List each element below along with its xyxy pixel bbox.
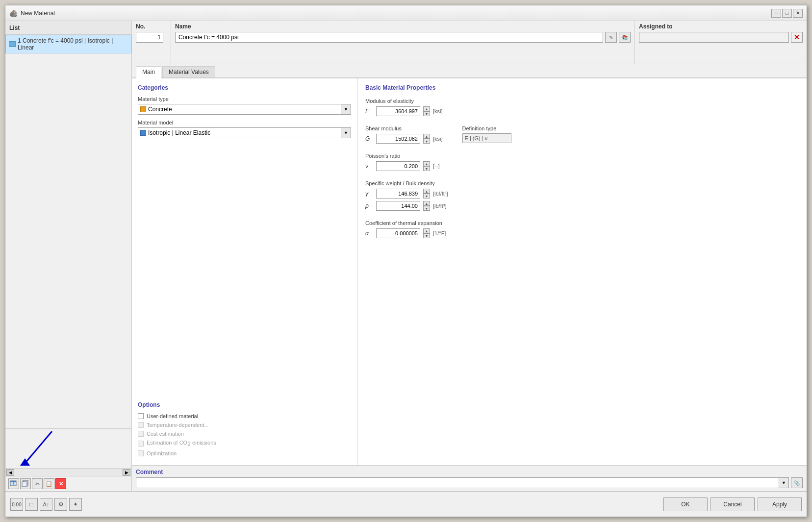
poissons-section: Poisson's ratio ν ▲ ▼ [--]: [365, 153, 799, 174]
settings-tool-btn[interactable]: ⚙: [54, 498, 67, 511]
modulus-row: E ▲ ▼ [ksi]: [365, 106, 799, 116]
assigned-input[interactable]: [639, 32, 789, 43]
comment-dropdown-btn[interactable]: ▼: [779, 478, 788, 488]
gamma-unit: [lbf/ft³]: [433, 191, 448, 197]
specific-weight-section: Specific weight / Bulk density γ ▲ ▼ [lb…: [365, 180, 799, 213]
edit-name-btn[interactable]: ✎: [605, 32, 617, 43]
modulus-spin-down[interactable]: ▼: [423, 111, 430, 116]
modulus-spinners: ▲ ▼: [423, 106, 430, 116]
add-material-btn[interactable]: +: [8, 478, 19, 489]
list-item[interactable]: 1 Concrete f'c = 4000 psi | Isotropic | …: [5, 35, 131, 53]
scroll-left-btn[interactable]: ◀: [6, 469, 14, 476]
material-type-arrow[interactable]: ▼: [341, 104, 351, 115]
modulus-symbol: E: [365, 108, 373, 115]
left-bottom: ◀ ▶ +: [5, 428, 131, 491]
comment-input-wrapper: ▼: [136, 477, 789, 488]
gamma-row: γ ▲ ▼ [lbf/ft³]: [365, 189, 799, 199]
list-items: 1 Concrete f'c = 4000 psi | Isotropic | …: [5, 35, 131, 428]
modulus-spin-up[interactable]: ▲: [423, 106, 430, 111]
poissons-label: Poisson's ratio: [365, 153, 799, 159]
optimization-label: Optimization: [147, 450, 177, 456]
rho-input[interactable]: [376, 201, 420, 211]
comment-input[interactable]: [136, 479, 779, 487]
temp-dependent-checkbox[interactable]: [138, 422, 144, 428]
star-tool-btn[interactable]: ✦: [69, 498, 82, 511]
square-tool-btn[interactable]: □: [25, 498, 38, 511]
thermal-symbol: α: [365, 230, 373, 237]
dialog-buttons: OK Cancel Apply: [663, 497, 802, 511]
decimal-tool-btn[interactable]: 0.00: [10, 498, 23, 511]
cost-estimation-row: Cost estimation: [138, 431, 351, 437]
thermal-input[interactable]: [376, 228, 420, 238]
material-type-value: Concrete: [148, 106, 172, 113]
material-model-label: Material model: [138, 120, 351, 125]
svg-rect-6: [22, 482, 27, 487]
thermal-spin-up[interactable]: ▲: [423, 228, 430, 233]
user-defined-checkbox[interactable]: [138, 413, 144, 419]
bottom-tools: 0.00 □ A↑ ⚙ ✦: [10, 498, 663, 511]
comment-area: Comment ▼ 📎: [132, 465, 807, 491]
minimize-button[interactable]: ─: [771, 9, 781, 18]
modulus-input[interactable]: [376, 106, 420, 116]
tab-material-values[interactable]: Material Values: [162, 66, 215, 77]
thermal-label: Coefficient of thermal expansion: [365, 220, 799, 226]
scroll-right-btn[interactable]: ▶: [123, 469, 130, 476]
text-tool-btn[interactable]: A↑: [40, 498, 52, 511]
duplicate-material-btn[interactable]: [20, 478, 31, 489]
cost-estimation-checkbox[interactable]: [138, 431, 144, 437]
shear-unit: [ksi]: [433, 136, 443, 142]
gamma-input[interactable]: [376, 189, 420, 199]
maximize-button[interactable]: □: [782, 9, 792, 18]
poissons-input[interactable]: [376, 161, 420, 171]
shear-spin-up[interactable]: ▲: [423, 134, 430, 139]
delete-material-btn[interactable]: ✕: [55, 478, 66, 489]
window-title: New Material: [21, 10, 768, 17]
categories-title: Categories: [138, 84, 351, 91]
form-header: No. Name ✎ 📚 Assigned to ✕: [132, 21, 807, 64]
name-section: Name ✎ 📚: [171, 21, 635, 64]
optimization-checkbox[interactable]: [138, 450, 144, 456]
close-button[interactable]: ✕: [793, 9, 803, 18]
assigned-close-btn[interactable]: ✕: [791, 32, 803, 43]
gamma-symbol: γ: [365, 190, 373, 197]
cancel-button[interactable]: Cancel: [710, 497, 755, 511]
no-label: No.: [136, 23, 167, 30]
shear-input[interactable]: [376, 134, 420, 144]
no-input[interactable]: [136, 32, 163, 43]
no-section: No.: [132, 21, 171, 64]
poissons-spin-up[interactable]: ▲: [423, 161, 430, 166]
gamma-spin-up[interactable]: ▲: [423, 189, 430, 194]
name-label: Name: [175, 23, 631, 30]
paste-btn[interactable]: 📋: [44, 478, 54, 489]
material-type-dropdown[interactable]: Concrete: [138, 104, 341, 115]
poissons-spin-down[interactable]: ▼: [423, 166, 430, 171]
tab-main[interactable]: Main: [136, 66, 161, 78]
material-model-arrow[interactable]: ▼: [341, 127, 351, 138]
shear-section: Shear modulus G ▲ ▼ [ksi]: [365, 125, 443, 146]
library-btn[interactable]: 📚: [619, 32, 631, 43]
ok-button[interactable]: OK: [663, 497, 708, 511]
comment-row: ▼ 📎: [136, 477, 803, 488]
definition-type-input[interactable]: [462, 133, 511, 143]
co2-estimation-checkbox[interactable]: [138, 441, 144, 447]
shear-def-row: Shear modulus G ▲ ▼ [ksi]: [365, 125, 799, 146]
shear-spin-down[interactable]: ▼: [423, 139, 430, 144]
material-model-dropdown[interactable]: Isotropic | Linear Elastic: [138, 127, 341, 138]
gamma-spinners: ▲ ▼: [423, 189, 430, 199]
comment-attach-btn[interactable]: 📎: [791, 477, 803, 488]
poissons-unit: [--]: [433, 163, 439, 169]
co2-estimation-row: Estimation of CO2 emissions: [138, 440, 351, 447]
user-defined-row: User-defined material: [138, 413, 351, 419]
scroll-bar-horizontal[interactable]: ◀ ▶: [5, 468, 131, 476]
svg-line-0: [25, 431, 52, 463]
rho-spin-up[interactable]: ▲: [423, 201, 430, 206]
left-content: Categories Material type Concrete ▼: [132, 78, 357, 465]
gamma-spin-down[interactable]: ▼: [423, 194, 430, 199]
thermal-spin-down[interactable]: ▼: [423, 233, 430, 238]
shear-spinners: ▲ ▼: [423, 134, 430, 144]
temp-dependent-row: Temperature-dependent...: [138, 422, 351, 428]
name-input[interactable]: [175, 32, 603, 43]
scissors-btn[interactable]: ✂: [32, 478, 43, 489]
rho-spin-down[interactable]: ▼: [423, 206, 430, 211]
apply-button[interactable]: Apply: [758, 497, 802, 511]
